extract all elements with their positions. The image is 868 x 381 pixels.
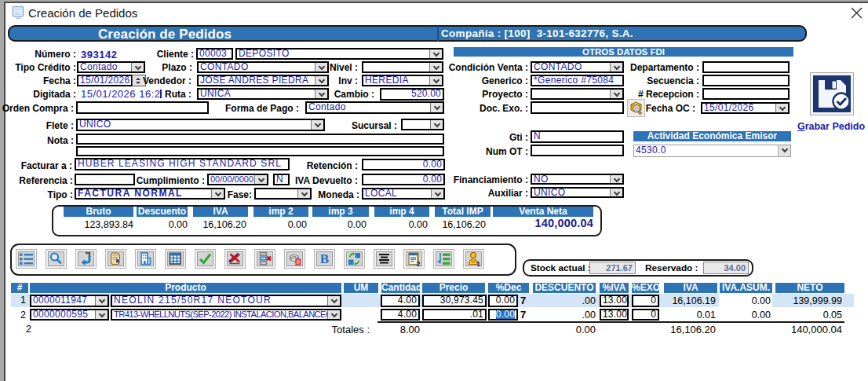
svg-text:2: 2 — [417, 260, 421, 267]
svg-text:B: B — [320, 251, 329, 266]
svg-text:1: 1 — [476, 260, 480, 267]
